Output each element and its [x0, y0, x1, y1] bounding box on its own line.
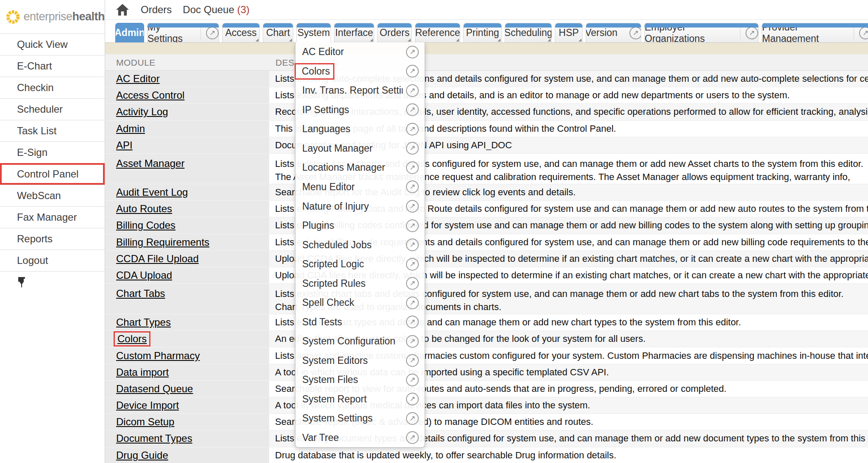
module-link-chart-types[interactable]: Chart Types	[116, 316, 171, 328]
tab-hsp[interactable]: HSP	[555, 23, 583, 42]
module-link-billing-codes[interactable]: Billing Codes	[116, 219, 175, 231]
open-in-new-icon[interactable]: ↗	[406, 258, 419, 271]
tab-interface[interactable]: Interface	[334, 23, 374, 42]
open-in-new-icon[interactable]: ↗	[406, 335, 419, 348]
tab-caret-icon	[498, 39, 501, 42]
tab-version[interactable]: Version↗	[586, 23, 641, 42]
module-link-cda-upload[interactable]: CDA Upload	[116, 269, 172, 281]
sidebar-item-logout[interactable]: Logout	[0, 250, 105, 271]
module-link-chart-tabs[interactable]: Chart Tabs	[116, 288, 165, 299]
menu-item-colors[interactable]: Colors↗	[295, 62, 425, 81]
tab-label: HSP	[559, 27, 579, 39]
menu-item-nature-of-injury[interactable]: Nature of Injury↗	[295, 197, 425, 216]
open-in-new-icon[interactable]: ↗	[406, 393, 419, 405]
open-in-new-icon[interactable]: ↗	[406, 65, 419, 78]
menu-item-ip-settings[interactable]: IP Settings↗	[295, 100, 425, 120]
menu-item-ac-editor[interactable]: AC Editor↗	[295, 42, 425, 62]
menu-item-var-tree[interactable]: Var Tree↗	[295, 428, 425, 448]
open-in-new-icon[interactable]: ↗	[406, 46, 419, 58]
tab-orders[interactable]: Orders	[377, 23, 412, 42]
module-link-activity-log[interactable]: Activity Log	[116, 106, 168, 118]
module-link-custom-pharmacy[interactable]: Custom Pharmacy	[116, 350, 200, 362]
menu-item-scripted-logic[interactable]: Scripted Logic↗	[295, 255, 425, 274]
open-in-new-icon[interactable]: ↗	[406, 354, 419, 367]
menu-item-plugins[interactable]: Plugins↗	[295, 216, 425, 236]
module-link-datasend-queue[interactable]: Datasend Queue	[116, 383, 193, 395]
sidebar-item-reports[interactable]: Reports	[0, 228, 105, 250]
tab-system[interactable]: System	[296, 23, 331, 42]
module-link-billing-requirements[interactable]: Billing Requirements	[116, 236, 209, 248]
sidebar-item-control-panel[interactable]: Control Panel	[0, 163, 105, 185]
menu-item-system-editors[interactable]: System Editors↗	[295, 351, 425, 371]
module-link-colors[interactable]: Colors	[114, 331, 150, 347]
module-link-ccda-file-upload[interactable]: CCDA File Upload	[116, 253, 199, 265]
tab-employer-organizations[interactable]: Employer Organizations↗	[644, 23, 759, 42]
open-in-new-icon[interactable]: ↗	[206, 27, 219, 39]
open-in-new-icon[interactable]: ↗	[406, 142, 419, 155]
open-in-new-icon[interactable]: ↗	[746, 27, 758, 39]
open-in-new-icon[interactable]: ↗	[406, 123, 419, 136]
menu-item-system-configuration[interactable]: System Configuration↗	[295, 332, 425, 351]
sidebar-item-webscan[interactable]: WebScan	[0, 185, 105, 206]
open-in-new-icon[interactable]: ↗	[406, 180, 419, 193]
open-in-new-icon[interactable]: ↗	[406, 277, 419, 290]
module-link-audit-event-log[interactable]: Audit Event Log	[116, 186, 188, 198]
menu-item-layout-manager[interactable]: Layout Manager↗	[295, 139, 425, 158]
open-in-new-icon[interactable]: ↗	[629, 27, 641, 39]
sidebar-item-task-list[interactable]: Task List	[0, 120, 105, 141]
module-link-device-import[interactable]: Device Import	[116, 399, 179, 411]
open-in-new-icon[interactable]: ↗	[406, 219, 419, 232]
sidebar-item-e-sign[interactable]: E-Sign	[0, 141, 105, 163]
module-link-drug-guide[interactable]: Drug Guide	[116, 449, 168, 461]
sidebar-item-e-chart[interactable]: E-Chart	[0, 55, 105, 77]
tab-reference[interactable]: Reference	[415, 23, 460, 42]
sidebar-item-scheduler[interactable]: Scheduler	[0, 98, 105, 120]
tab-provider-management[interactable]: Provider Management↗	[762, 23, 868, 42]
open-in-new-icon[interactable]: ↗	[406, 431, 419, 444]
menu-item-scripted-rules[interactable]: Scripted Rules↗	[295, 274, 425, 293]
menu-item-scheduled-jobs[interactable]: Scheduled Jobs↗	[295, 235, 425, 255]
sidebar-pin-item[interactable]	[0, 271, 105, 293]
open-in-new-icon[interactable]: ↗	[859, 27, 868, 39]
module-link-admin[interactable]: Admin	[116, 123, 145, 135]
sidebar-item-checkin[interactable]: Checkin	[0, 77, 105, 98]
menu-item-system-settings[interactable]: System Settings↗	[295, 409, 425, 428]
breadcrumb-orders[interactable]: Orders	[141, 4, 172, 16]
module-cell: Dicom Setup	[105, 414, 269, 430]
tab-chart[interactable]: Chart	[263, 23, 293, 42]
open-in-new-icon[interactable]: ↗	[406, 200, 419, 213]
menu-item-menu-editor[interactable]: Menu Editor↗	[295, 177, 425, 197]
open-in-new-icon[interactable]: ↗	[406, 161, 419, 174]
menu-item-inv-trans-report-settings[interactable]: Inv. Trans. Report Settings↗	[295, 81, 425, 100]
menu-item-system-report[interactable]: System Report↗	[295, 390, 425, 409]
tab-access[interactable]: Access	[222, 23, 260, 42]
open-in-new-icon[interactable]: ↗	[406, 316, 419, 328]
menu-item-languages[interactable]: Languages↗	[295, 119, 425, 139]
module-link-asset-manager[interactable]: Asset Manager	[116, 158, 184, 169]
breadcrumb-doc-queue[interactable]: Doc Queue (3)	[183, 4, 249, 16]
module-link-auto-routes[interactable]: Auto Routes	[116, 203, 172, 215]
open-in-new-icon[interactable]: ↗	[406, 297, 419, 309]
module-link-dicom-setup[interactable]: Dicom Setup	[116, 416, 174, 428]
module-link-document-types[interactable]: Document Types	[116, 433, 192, 444]
open-in-new-icon[interactable]: ↗	[406, 412, 419, 425]
tab-my-settings[interactable]: My Settings↗	[147, 23, 219, 42]
menu-item-spell-check[interactable]: Spell Check↗	[295, 293, 425, 313]
sidebar-item-fax-manager[interactable]: Fax Manager	[0, 206, 105, 228]
open-in-new-icon[interactable]: ↗	[406, 84, 419, 97]
home-icon[interactable]	[115, 3, 130, 16]
module-link-api[interactable]: API	[116, 139, 133, 151]
tab-admin[interactable]: Admin	[115, 23, 144, 42]
module-link-access-control[interactable]: Access Control	[116, 89, 184, 101]
sidebar-item-quick-view[interactable]: Quick View	[0, 33, 105, 55]
menu-item-locations-manager[interactable]: Locations Manager↗	[295, 158, 425, 177]
module-link-data-import[interactable]: Data import	[116, 366, 169, 378]
tab-scheduling[interactable]: Scheduling	[505, 23, 552, 42]
tab-printing[interactable]: Printing	[463, 23, 502, 42]
open-in-new-icon[interactable]: ↗	[406, 103, 419, 116]
open-in-new-icon[interactable]: ↗	[406, 374, 419, 386]
open-in-new-icon[interactable]: ↗	[406, 238, 419, 251]
menu-item-std-tests[interactable]: Std Tests↗	[295, 312, 425, 332]
menu-item-system-files[interactable]: System Files↗	[295, 370, 425, 390]
module-link-ac-editor[interactable]: AC Editor	[116, 73, 160, 85]
